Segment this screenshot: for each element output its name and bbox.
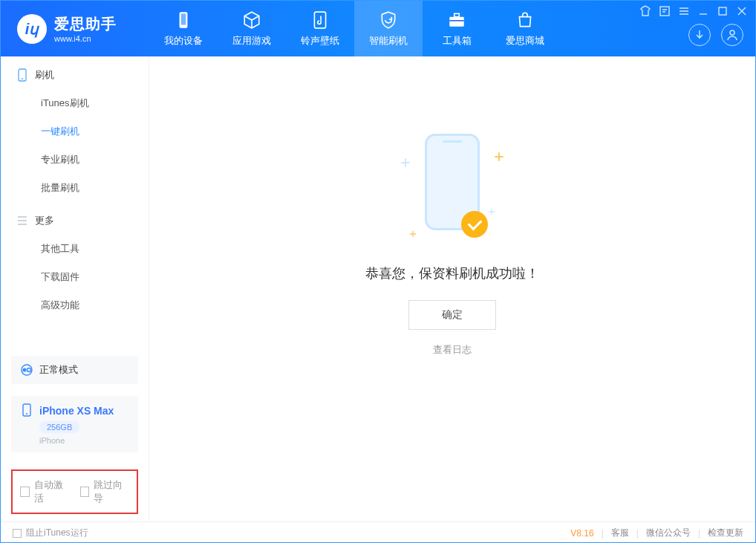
sparkle-icon bbox=[497, 155, 501, 159]
device-panel[interactable]: iPhone XS Max 256GB iPhone bbox=[11, 396, 138, 452]
svg-rect-4 bbox=[454, 13, 460, 16]
list-icon bbox=[16, 214, 29, 227]
svg-point-13 bbox=[27, 368, 31, 372]
close-icon[interactable] bbox=[736, 5, 748, 17]
mode-icon bbox=[20, 363, 33, 377]
nav-ringtone-wallpaper[interactable]: 铃声壁纸 bbox=[286, 1, 354, 56]
checkbox-icon bbox=[20, 487, 30, 497]
success-illustration bbox=[400, 128, 504, 254]
sparkle-icon bbox=[411, 233, 414, 235]
success-message: 恭喜您，保资料刷机成功啦！ bbox=[296, 264, 608, 282]
sidebar: 刷机 iTunes刷机 一键刷机 专业刷机 批量刷机 更多 其他工具 下载固件 … bbox=[1, 56, 149, 521]
checkbox-skip-guide[interactable]: 跳过向导 bbox=[80, 478, 130, 505]
svg-rect-3 bbox=[449, 16, 464, 26]
wechat-link[interactable]: 微信公众号 bbox=[646, 527, 691, 539]
svg-point-8 bbox=[730, 30, 734, 35]
account-button[interactable] bbox=[721, 24, 743, 46]
sidebar-item-pro-flash[interactable]: 专业刷机 bbox=[1, 146, 149, 174]
skin-icon[interactable] bbox=[639, 5, 651, 17]
sidebar-item-download-firmware[interactable]: 下载固件 bbox=[1, 263, 149, 291]
device-capacity: 256GB bbox=[39, 421, 79, 433]
shield-refresh-icon bbox=[379, 10, 398, 30]
menu-icon[interactable] bbox=[678, 5, 690, 17]
svg-rect-5 bbox=[449, 20, 464, 22]
main-content: 恭喜您，保资料刷机成功啦！ 确定 查看日志 bbox=[149, 56, 755, 521]
app-header: iɥ 爱思助手 www.i4.cn 我的设备 应用游戏 铃声壁纸 智能刷机 工具… bbox=[1, 1, 755, 56]
sparkle-icon bbox=[490, 210, 493, 213]
music-file-icon bbox=[310, 10, 330, 30]
version-label: V8.16 bbox=[570, 528, 593, 539]
sidebar-item-advanced[interactable]: 高级功能 bbox=[1, 291, 149, 319]
support-link[interactable]: 客服 bbox=[611, 527, 629, 539]
bag-icon bbox=[515, 10, 535, 30]
header-actions bbox=[688, 24, 743, 46]
flash-options-highlight: 自动激活 跳过向导 bbox=[11, 469, 138, 514]
toolbox-icon bbox=[447, 10, 466, 30]
app-title: 爱思助手 bbox=[54, 14, 117, 34]
nav-my-device[interactable]: 我的设备 bbox=[149, 1, 218, 56]
sidebar-item-onekey-flash[interactable]: 一键刷机 bbox=[1, 117, 149, 146]
svg-point-12 bbox=[23, 368, 27, 372]
sidebar-section-more: 更多 bbox=[1, 202, 149, 235]
sidebar-item-batch-flash[interactable]: 批量刷机 bbox=[1, 174, 149, 202]
mode-panel: 正常模式 bbox=[11, 356, 138, 384]
logo-icon: iɥ bbox=[17, 14, 47, 44]
nav-toolbox[interactable]: 工具箱 bbox=[423, 1, 491, 56]
svg-rect-6 bbox=[660, 7, 669, 16]
feedback-icon[interactable] bbox=[659, 5, 671, 17]
svg-rect-2 bbox=[314, 12, 325, 28]
svg-rect-7 bbox=[719, 7, 726, 15]
sidebar-section-flash: 刷机 bbox=[1, 56, 149, 89]
top-nav: 我的设备 应用游戏 铃声壁纸 智能刷机 工具箱 爱思商城 bbox=[149, 1, 559, 56]
device-name: iPhone XS Max bbox=[39, 405, 114, 417]
window-controls bbox=[639, 5, 748, 17]
sidebar-item-itunes-flash[interactable]: iTunes刷机 bbox=[1, 89, 149, 117]
download-button[interactable] bbox=[688, 24, 711, 46]
cube-icon bbox=[242, 10, 261, 30]
success-panel: 恭喜您，保资料刷机成功啦！ 确定 查看日志 bbox=[296, 128, 608, 357]
checkbox-icon bbox=[13, 529, 22, 538]
minimize-icon[interactable] bbox=[697, 5, 709, 17]
sidebar-item-other-tools[interactable]: 其他工具 bbox=[1, 235, 149, 263]
checkbox-icon bbox=[80, 487, 90, 497]
svg-point-10 bbox=[22, 78, 23, 79]
nav-store[interactable]: 爱思商城 bbox=[491, 1, 559, 56]
check-badge-icon bbox=[461, 211, 488, 238]
svg-point-15 bbox=[26, 413, 27, 414]
device-icon bbox=[174, 10, 193, 30]
maximize-icon[interactable] bbox=[717, 5, 729, 17]
mode-label: 正常模式 bbox=[39, 363, 78, 377]
app-site: www.i4.cn bbox=[54, 34, 117, 43]
svg-rect-1 bbox=[181, 13, 186, 25]
app-logo: iɥ 爱思助手 www.i4.cn bbox=[1, 14, 149, 44]
nav-apps-games[interactable]: 应用游戏 bbox=[218, 1, 286, 56]
checkbox-block-itunes[interactable]: 阻止iTunes运行 bbox=[13, 527, 88, 539]
nav-smart-flash[interactable]: 智能刷机 bbox=[354, 1, 423, 56]
phone-small-icon bbox=[16, 68, 29, 82]
checkbox-auto-activate[interactable]: 自动激活 bbox=[20, 478, 70, 505]
ok-button[interactable]: 确定 bbox=[408, 300, 496, 330]
device-icon bbox=[20, 403, 33, 417]
check-update-link[interactable]: 检查更新 bbox=[708, 527, 743, 539]
status-bar: 阻止iTunes运行 V8.16 | 客服 | 微信公众号 | 检查更新 bbox=[1, 521, 755, 543]
device-type: iPhone bbox=[39, 436, 114, 445]
view-log-link[interactable]: 查看日志 bbox=[296, 343, 608, 357]
sparkle-icon bbox=[403, 160, 408, 165]
